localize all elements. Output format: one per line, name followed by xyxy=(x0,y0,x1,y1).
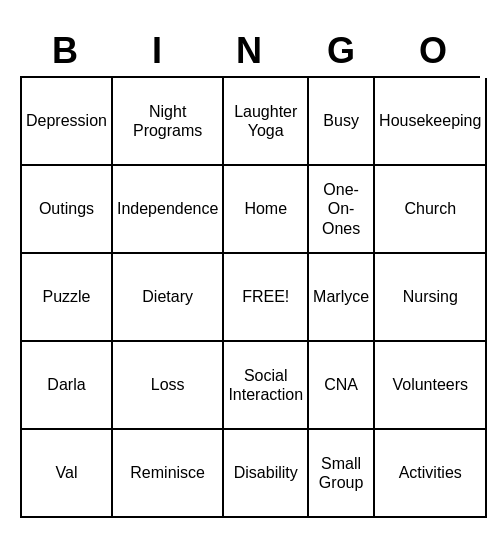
bingo-cell: One-On-Ones xyxy=(309,166,375,254)
bingo-cell: Independence xyxy=(113,166,224,254)
header-letter: I xyxy=(112,26,204,76)
bingo-cell: Outings xyxy=(22,166,113,254)
bingo-cell: LaughterYoga xyxy=(224,78,309,166)
header-letter: O xyxy=(388,26,480,76)
cell-text: FREE! xyxy=(242,287,289,306)
cell-text: Housekeeping xyxy=(379,111,481,130)
bingo-cell: Loss xyxy=(113,342,224,430)
bingo-cell: Marlyce xyxy=(309,254,375,342)
cell-text: CNA xyxy=(324,375,358,394)
bingo-cell: Puzzle xyxy=(22,254,113,342)
cell-text: Dietary xyxy=(142,287,193,306)
bingo-card: BINGO DepressionNightProgramsLaughterYog… xyxy=(20,26,480,518)
header-letter: N xyxy=(204,26,296,76)
header-letter: G xyxy=(296,26,388,76)
bingo-cell: FREE! xyxy=(224,254,309,342)
bingo-cell: Nursing xyxy=(375,254,487,342)
cell-text: Darla xyxy=(47,375,85,394)
cell-text: NightPrograms xyxy=(133,102,202,140)
bingo-cell: Church xyxy=(375,166,487,254)
bingo-cell: Activities xyxy=(375,430,487,518)
bingo-cell: SmallGroup xyxy=(309,430,375,518)
cell-text: Activities xyxy=(399,463,462,482)
bingo-cell: SocialInteraction xyxy=(224,342,309,430)
cell-text: One-On-Ones xyxy=(322,180,360,238)
bingo-cell: Busy xyxy=(309,78,375,166)
bingo-cell: Volunteers xyxy=(375,342,487,430)
bingo-cell: Housekeeping xyxy=(375,78,487,166)
bingo-cell: Darla xyxy=(22,342,113,430)
bingo-header: BINGO xyxy=(20,26,480,76)
cell-text: Home xyxy=(244,199,287,218)
cell-text: SmallGroup xyxy=(319,454,363,492)
cell-text: Church xyxy=(404,199,456,218)
bingo-cell: Reminisce xyxy=(113,430,224,518)
bingo-cell: Val xyxy=(22,430,113,518)
cell-text: Val xyxy=(56,463,78,482)
cell-text: Independence xyxy=(117,199,218,218)
cell-text: Busy xyxy=(323,111,359,130)
cell-text: Reminisce xyxy=(130,463,205,482)
cell-text: Disability xyxy=(234,463,298,482)
cell-text: Volunteers xyxy=(392,375,468,394)
cell-text: LaughterYoga xyxy=(234,102,297,140)
bingo-cell: Depression xyxy=(22,78,113,166)
cell-text: Loss xyxy=(151,375,185,394)
header-letter: B xyxy=(20,26,112,76)
cell-text: Depression xyxy=(26,111,107,130)
bingo-grid: DepressionNightProgramsLaughterYogaBusyH… xyxy=(20,76,480,518)
cell-text: SocialInteraction xyxy=(228,366,303,404)
bingo-cell: CNA xyxy=(309,342,375,430)
bingo-cell: Disability xyxy=(224,430,309,518)
cell-text: Marlyce xyxy=(313,287,369,306)
cell-text: Puzzle xyxy=(42,287,90,306)
bingo-cell: Home xyxy=(224,166,309,254)
cell-text: Nursing xyxy=(403,287,458,306)
cell-text: Outings xyxy=(39,199,94,218)
bingo-cell: Dietary xyxy=(113,254,224,342)
bingo-cell: NightPrograms xyxy=(113,78,224,166)
